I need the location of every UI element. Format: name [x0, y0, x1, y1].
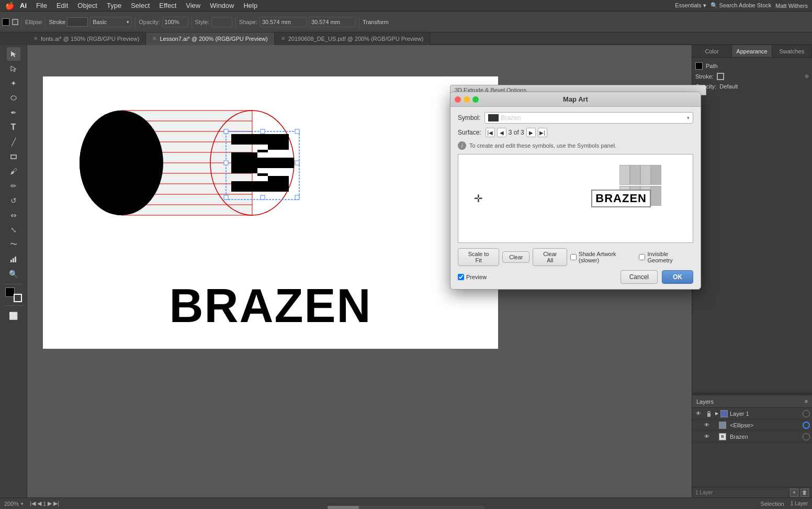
screen-mode[interactable]: ⬜ — [7, 309, 20, 323]
layer1-expand[interactable]: ▶ — [715, 411, 718, 416]
stroke-value[interactable] — [67, 17, 88, 27]
shape-w-input[interactable]: 30.574 mm — [260, 17, 307, 27]
sep3 — [135, 16, 136, 28]
symbol-dropdown[interactable]: Brazen ▾ — [484, 112, 693, 124]
layers-title: Layers — [696, 399, 714, 405]
surface-row: Surface: |◀ ◀ 3 of 3 ▶ ▶| — [458, 128, 693, 137]
shape-tool[interactable] — [7, 150, 20, 163]
invisible-geometry-checkbox[interactable] — [639, 254, 645, 260]
tab-appearance[interactable]: Appearance — [732, 45, 772, 57]
layer1-target[interactable] — [803, 410, 810, 417]
menu-view[interactable]: View — [182, 1, 205, 10]
surface-prev-btn[interactable]: ◀ — [497, 128, 506, 137]
surface-first-btn[interactable]: |◀ — [486, 128, 495, 137]
menu-file[interactable]: File — [32, 1, 51, 10]
style-dropdown[interactable] — [211, 17, 232, 27]
opacity-input[interactable]: 100% — [162, 17, 188, 27]
lasso-tool[interactable] — [7, 91, 20, 105]
layer-row-1: 👁 ▶ Layer 1 — [692, 408, 812, 419]
menu-object[interactable]: Object — [73, 1, 102, 10]
scroll-thumb[interactable] — [328, 506, 359, 509]
layers-menu[interactable]: ≡ — [805, 399, 808, 404]
dialog-close-btn[interactable] — [455, 96, 461, 103]
brazen-preview-container: BRAZEN — [591, 190, 651, 207]
apple-menu[interactable]: 🍎 — [4, 1, 15, 11]
new-layer-btn[interactable]: + — [790, 489, 798, 497]
info-icon: i — [458, 141, 466, 150]
scroll-bar[interactable] — [328, 506, 484, 509]
rotate-tool[interactable]: ↺ — [7, 194, 20, 207]
stroke-label: Stroke — [49, 19, 65, 25]
pencil-tool[interactable]: ✏ — [7, 179, 20, 193]
graph-tool[interactable] — [7, 252, 20, 266]
tab-lesson7[interactable]: ✕ Lesson7.ai* @ 200% (RGB/GPU Preview) — [146, 32, 274, 45]
page-next2[interactable]: ▶| — [53, 500, 59, 507]
menu-edit[interactable]: Edit — [52, 1, 72, 10]
clear-button[interactable]: Clear — [502, 251, 529, 263]
menu-window[interactable]: Window — [206, 1, 238, 10]
tab-pdf-label: 20190608_DE_US.pdf @ 200% (RGB/GPU Previ… — [288, 36, 424, 42]
type-tool[interactable]: T — [7, 120, 20, 134]
paintbrush-tool[interactable]: 🖌 — [7, 164, 20, 178]
warp-tool[interactable]: 〜 — [7, 238, 20, 251]
page-num[interactable]: 1 — [43, 501, 46, 507]
stroke-color[interactable] — [14, 294, 22, 302]
tab-pdf[interactable]: ✕ 20190608_DE_US.pdf @ 200% (RGB/GPU Pre… — [275, 32, 431, 45]
surface-next-btn[interactable]: ▶ — [526, 128, 536, 137]
scale-to-fit-button[interactable]: Scale to Fit — [458, 248, 499, 266]
delete-layer-btn[interactable]: 🗑 — [800, 489, 809, 497]
svg-point-17 — [80, 110, 163, 215]
preview-checkbox[interactable] — [458, 274, 464, 280]
stroke-dropdown[interactable]: Basic ▾ — [90, 17, 132, 27]
stroke-swatch[interactable] — [12, 19, 18, 25]
selection-tool[interactable] — [7, 47, 20, 61]
tab-color[interactable]: Color — [692, 45, 732, 57]
mirror-tool[interactable]: ⇔ — [7, 208, 20, 222]
tab-close-fonts[interactable]: ✕ — [33, 36, 38, 41]
layer1-visibility[interactable]: 👁 — [694, 410, 703, 418]
app-name[interactable]: Ai — [16, 1, 31, 10]
direct-selection-tool[interactable] — [7, 62, 20, 75]
transform-label[interactable]: Transform — [363, 19, 389, 25]
page-prev[interactable]: |◀ — [30, 500, 36, 507]
menu-help[interactable]: Help — [239, 1, 262, 10]
svg-rect-21 — [295, 129, 299, 134]
page-prev2[interactable]: ◀ — [37, 500, 41, 507]
preview-label: Preview — [466, 274, 487, 280]
surface-count: 3 of 3 — [509, 129, 524, 136]
ellipse-visibility[interactable]: 👁 — [703, 421, 711, 429]
ellipse-target[interactable] — [803, 422, 810, 429]
dialog-maximize-btn[interactable] — [472, 96, 479, 103]
menu-type[interactable]: Type — [103, 1, 126, 10]
brazen-visibility[interactable]: 👁 — [703, 433, 711, 441]
toolbar: Ellipse Stroke Basic ▾ Opacity: 100% Sty… — [0, 12, 812, 32]
page-next[interactable]: ▶ — [48, 500, 52, 507]
dialog-minimize-btn[interactable] — [464, 96, 470, 103]
menu-effect[interactable]: Effect — [155, 1, 181, 10]
shape-h-input[interactable]: 30.574 mm — [309, 17, 356, 27]
stroke-preview[interactable] — [717, 73, 724, 80]
scale-tool[interactable]: ⤡ — [7, 223, 20, 237]
tab-fonts[interactable]: ✕ fonts.ai* @ 150% (RGB/GPU Preview) — [27, 32, 146, 45]
line-tool[interactable]: ╱ — [7, 135, 20, 149]
clear-all-button[interactable]: Clear All — [533, 248, 567, 266]
tool-name: Selection — [760, 501, 784, 507]
color-swatches[interactable] — [5, 287, 22, 302]
ok-button[interactable]: OK — [662, 270, 693, 284]
tab-close-pdf[interactable]: ✕ — [281, 36, 285, 41]
ellipse-thumb — [719, 422, 726, 429]
pen-tool[interactable]: ✒ — [7, 106, 20, 119]
symbol-preview-swatch — [488, 114, 499, 121]
shade-artwork-checkbox[interactable] — [570, 254, 577, 260]
layer1-lock[interactable] — [705, 410, 713, 418]
brazen-target[interactable] — [803, 433, 810, 440]
tab-close-lesson7[interactable]: ✕ — [152, 36, 156, 41]
sep2 — [4, 305, 24, 306]
surface-last-btn[interactable]: ▶| — [538, 128, 547, 137]
menu-select[interactable]: Select — [127, 1, 154, 10]
zoom-tool[interactable]: 🔍 — [7, 267, 20, 281]
tab-swatches[interactable]: Swatches — [772, 45, 812, 57]
magic-wand-tool[interactable]: ✦ — [7, 76, 20, 90]
fill-swatch[interactable] — [2, 18, 9, 26]
cancel-button[interactable]: Cancel — [621, 270, 658, 284]
